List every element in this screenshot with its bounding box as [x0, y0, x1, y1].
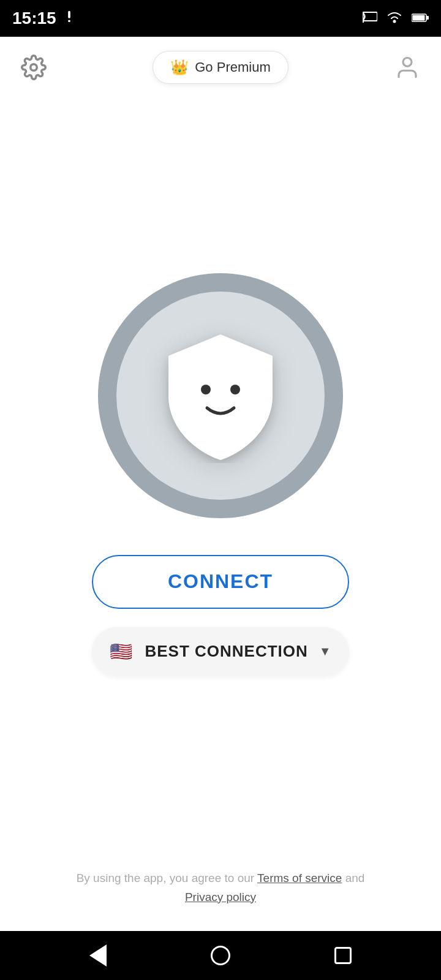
chevron-down-icon: ▼	[319, 644, 332, 658]
recents-button[interactable]	[328, 940, 358, 971]
outer-circle	[98, 273, 343, 518]
back-button[interactable]	[83, 940, 113, 971]
battery-icon	[412, 10, 429, 26]
home-button[interactable]	[205, 940, 236, 971]
svg-rect-1	[68, 20, 70, 23]
connect-button[interactable]: CONNECT	[92, 555, 349, 609]
premium-label: Go Premium	[195, 59, 270, 75]
status-time: 15:15	[12, 9, 56, 28]
vpn-shield-container[interactable]	[98, 273, 343, 518]
crown-icon: 👑	[170, 59, 189, 76]
svg-point-8	[31, 64, 37, 71]
svg-point-11	[230, 385, 240, 394]
svg-rect-6	[413, 15, 425, 21]
svg-rect-0	[68, 11, 70, 18]
connect-label: CONNECT	[168, 570, 273, 593]
status-bar: 15:15	[0, 0, 441, 37]
footer-middle: and	[342, 872, 364, 884]
premium-button[interactable]: 👑 Go Premium	[153, 51, 288, 84]
best-connection-label: BEST CONNECTION	[145, 642, 307, 661]
svg-point-10	[201, 385, 211, 394]
shield-mascot	[159, 328, 282, 463]
status-bar-left: 15:15	[12, 9, 76, 28]
home-icon	[211, 946, 230, 965]
terms-of-service-link[interactable]: Terms of service	[257, 872, 342, 884]
recents-icon	[334, 947, 352, 964]
wifi-icon	[386, 10, 403, 27]
status-bar-right	[363, 10, 429, 27]
main-content: CONNECT 🇺🇸 BEST CONNECTION ▼	[0, 98, 441, 851]
privacy-policy-link[interactable]: Privacy policy	[185, 891, 256, 903]
flag-icon: 🇺🇸	[109, 639, 134, 664]
svg-point-9	[403, 58, 412, 66]
profile-button[interactable]	[392, 52, 423, 83]
top-nav: 👑 Go Premium	[0, 37, 441, 98]
settings-button[interactable]	[18, 52, 49, 83]
bottom-nav-bar	[0, 931, 441, 980]
svg-rect-7	[426, 16, 429, 20]
alert-icon	[62, 10, 76, 27]
cast-icon	[363, 10, 377, 26]
back-icon	[89, 944, 107, 967]
best-connection-button[interactable]: 🇺🇸 BEST CONNECTION ▼	[92, 627, 349, 676]
svg-point-4	[393, 20, 396, 23]
inner-circle	[116, 292, 325, 500]
footer-prefix: By using the app, you agree to our	[77, 872, 257, 884]
footer: By using the app, you agree to our Terms…	[0, 851, 441, 931]
